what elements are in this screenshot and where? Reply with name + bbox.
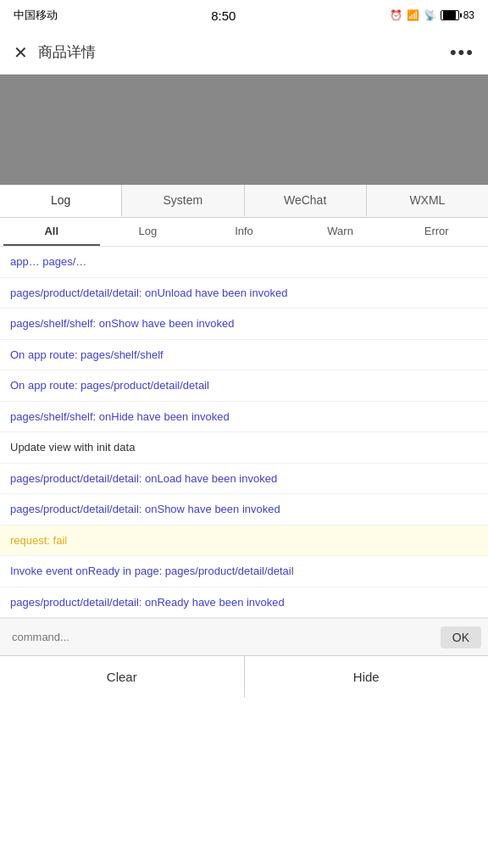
status-bar: 中国移动 8:50 ⏰ 📶 📡 83 [0, 0, 488, 31]
time-label: 8:50 [211, 8, 236, 23]
hide-button[interactable]: Hide [245, 656, 489, 698]
list-item-warning: request: fail [0, 526, 488, 557]
list-item: pages/product/detail/detail: onShow have… [0, 494, 488, 526]
title-bar: ✕ 商品详情 ••• [0, 31, 488, 75]
bottom-bar: Clear Hide [0, 655, 488, 698]
alarm-icon: ⏰ [390, 9, 402, 21]
sub-tabs: All Log Info Warn Error [0, 218, 488, 247]
command-bar: OK [0, 618, 488, 655]
list-item: pages/shelf/shelf: onHide have been invo… [0, 402, 488, 433]
wifi-icon: 📶 [407, 9, 419, 21]
tab-log[interactable]: Log [0, 185, 122, 217]
tab-wechat[interactable]: WeChat [245, 185, 367, 217]
battery-icon [441, 10, 459, 20]
list-item: pages/product/detail/detail: onLoad have… [0, 464, 488, 495]
clear-button[interactable]: Clear [0, 656, 245, 698]
log-list: app… pages/… pages/product/detail/detail… [0, 247, 488, 618]
list-item: pages/product/detail/detail: onReady hav… [0, 587, 488, 619]
list-item: pages/product/detail/detail: onUnload ha… [0, 278, 488, 309]
command-input[interactable] [7, 627, 441, 647]
list-item: app… pages/… [0, 247, 488, 278]
ok-button[interactable]: OK [441, 626, 481, 648]
title-bar-left: ✕ 商品详情 [14, 42, 96, 62]
list-item: Invoke event onReady in page: pages/prod… [0, 556, 488, 587]
page-title: 商品详情 [38, 42, 96, 62]
list-item: On app route: pages/shelf/shelf [0, 340, 488, 371]
more-icon[interactable]: ••• [450, 42, 474, 64]
close-icon[interactable]: ✕ [14, 44, 28, 61]
subtab-all[interactable]: All [3, 218, 100, 246]
list-item: On app route: pages/product/detail/detai… [0, 370, 488, 402]
battery-label: 83 [463, 9, 474, 21]
carrier-label: 中国移动 [14, 8, 58, 23]
subtab-info[interactable]: Info [196, 218, 292, 246]
main-tabs: Log System WeChat WXML [0, 185, 488, 218]
subtab-warn[interactable]: Warn [292, 218, 389, 246]
preview-area [0, 75, 488, 185]
subtab-log[interactable]: Log [100, 218, 197, 246]
list-item: Update view with init data [0, 432, 488, 464]
tab-wxml[interactable]: WXML [367, 185, 488, 217]
subtab-error[interactable]: Error [388, 218, 485, 246]
list-item: pages/shelf/shelf: onShow have been invo… [0, 309, 488, 340]
status-icons: ⏰ 📶 📡 83 [390, 9, 474, 21]
tab-system[interactable]: System [122, 185, 244, 217]
signal-icon: 📡 [424, 9, 436, 21]
